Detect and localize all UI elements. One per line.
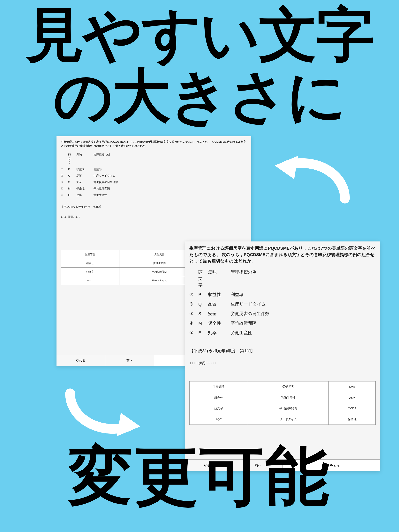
headline-line1: 見やすい文字 bbox=[0, 4, 399, 65]
keyword-table: 生産管理労働災害SME 組合せ労働生産性DSM 頭文字平均故障間隔QCDS PQ… bbox=[189, 381, 376, 425]
option-row[interactable]: ①P収益性利益率 bbox=[61, 167, 247, 171]
headline-line2: の大きさに bbox=[0, 65, 399, 127]
arrow-icon bbox=[55, 386, 152, 440]
keyword-cell[interactable]: 生産管理 bbox=[190, 381, 248, 392]
option-row[interactable]: ②Q品質生産リードタイム bbox=[189, 301, 376, 307]
keyword-cell[interactable]: PQC bbox=[190, 414, 248, 425]
option-row[interactable]: ⑤E効率労働生産性 bbox=[189, 329, 376, 336]
arrow-icon bbox=[263, 152, 360, 206]
option-row[interactable]: ③S安全労働災害の発生件数 bbox=[189, 310, 376, 317]
question-body-large: 生産管理における評価尺度を表す用語にPQCDSMEがあり，これは7つの英単語の頭… bbox=[185, 241, 380, 459]
keyword-cell[interactable]: 生産管理 bbox=[61, 250, 119, 259]
keyword-cell[interactable]: PQC bbox=[61, 276, 119, 285]
option-header: 頭文字 意味 管理指標の例 bbox=[189, 269, 376, 288]
keyword-cell[interactable]: リードタイム bbox=[248, 414, 328, 425]
keyword-cell[interactable]: 頭文字 bbox=[61, 267, 119, 276]
option-row[interactable]: ⑤E効率労働生産性 bbox=[61, 193, 247, 197]
keyword-cell[interactable]: QCDS bbox=[329, 403, 376, 414]
keyword-cell[interactable]: 組合せ bbox=[190, 392, 248, 403]
option-row[interactable]: ②Q品質生産リードタイム bbox=[61, 174, 247, 178]
headline-bottom: 変更可能 bbox=[0, 433, 399, 520]
keyword-cell[interactable]: 頭文字 bbox=[190, 403, 248, 414]
keyword-cell[interactable]: SME bbox=[329, 381, 376, 392]
option-header: 頭文字 意味 管理指標の例 bbox=[61, 153, 247, 165]
question-text: 生産管理における評価尺度を表す用語にPQCDSMEがあり，これは7つの英単語の頭… bbox=[61, 140, 247, 148]
index-label: ↓↓↓↓↓索引↓↓↓↓↓ bbox=[189, 360, 376, 366]
exam-meta: 【平成31(令和元年)年度 第1問】 bbox=[61, 205, 247, 209]
option-row[interactable]: ④M保全性平均故障間隔 bbox=[61, 187, 247, 191]
prev-button[interactable]: 前へ bbox=[105, 355, 154, 366]
question-text: 生産管理における評価尺度を表す用語にPQCDSMEがあり，これは7つの英単語の頭… bbox=[189, 245, 376, 264]
exam-meta: 【平成31(令和元年)年度 第1問】 bbox=[189, 348, 376, 354]
option-row[interactable]: ④M保全性平均故障間隔 bbox=[189, 320, 376, 326]
keyword-cell[interactable]: 平均故障間隔 bbox=[248, 403, 328, 414]
keyword-cell[interactable]: 労働災害 bbox=[248, 381, 328, 392]
quit-button[interactable]: やめる bbox=[57, 355, 105, 366]
keyword-cell[interactable]: 組合せ bbox=[61, 259, 119, 267]
keyword-cell[interactable]: 労働生産性 bbox=[248, 392, 328, 403]
keyword-cell[interactable]: DSM bbox=[329, 392, 376, 403]
keyword-cell[interactable]: 保全性 bbox=[329, 414, 376, 425]
option-row[interactable]: ①P収益性利益率 bbox=[189, 291, 376, 298]
headline-top: 見やすい文字 の大きさに bbox=[0, 4, 399, 127]
option-row[interactable]: ③S安全労働災害の発生件数 bbox=[61, 180, 247, 184]
index-label: ↓↓↓↓↓索引↓↓↓↓↓ bbox=[61, 215, 247, 219]
